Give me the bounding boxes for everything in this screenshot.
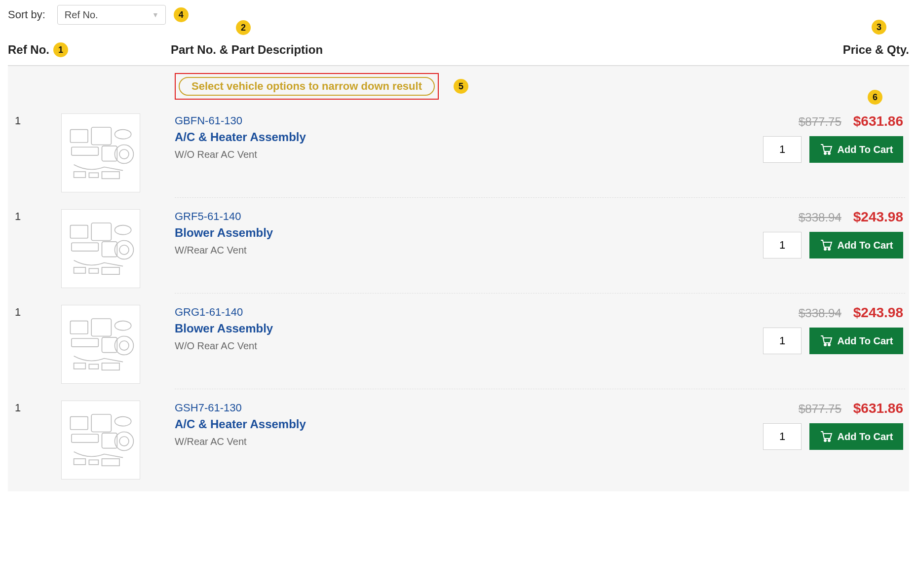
desc-cell: GRF5-61-140 Blower Assembly W/Rear AC Ve…: [175, 209, 777, 288]
annotation-badge-1: 1: [53, 42, 68, 57]
column-header-part-label: Part No. & Part Description: [171, 43, 323, 56]
add-to-cart-label: Add To Cart: [838, 335, 893, 347]
desc-cell: GBFN-61-130 A/C & Heater Assembly W/O Re…: [175, 113, 777, 192]
add-to-cart-button[interactable]: Add To Cart: [809, 136, 903, 163]
part-number-link[interactable]: GRF5-61-140: [175, 210, 777, 223]
part-note: W/Rear AC Vent: [175, 436, 777, 447]
quantity-input[interactable]: [763, 423, 802, 450]
column-header-ref: Ref No. 1: [8, 42, 171, 57]
part-note: W/O Rear AC Vent: [175, 149, 777, 160]
part-row: 1 GRG1-61-140 Blower Assembly W/O Rear A…: [12, 300, 905, 396]
desc-cell: GRG1-61-140 Blower Assembly W/O Rear AC …: [175, 305, 777, 384]
row-divider: [175, 389, 905, 389]
price-cell: $338.94 $243.98 Add To Cart: [777, 305, 905, 384]
part-thumbnail[interactable]: [61, 401, 140, 479]
price-line: $338.94 $243.98: [777, 209, 903, 225]
price-old: $338.94: [799, 306, 841, 320]
part-note: W/O Rear AC Vent: [175, 340, 777, 352]
add-to-cart-button[interactable]: Add To Cart: [809, 423, 903, 450]
part-row: 1 GSH7-61-130 A/C & Heater Assembly W/Re…: [12, 396, 905, 491]
part-name-link[interactable]: A/C & Heater Assembly: [175, 417, 777, 431]
quantity-input[interactable]: [763, 232, 802, 258]
thumb-cell: [61, 401, 175, 479]
column-header-part: 2 Part No. & Part Description: [171, 43, 781, 57]
narrow-banner-highlight: Select vehicle options to narrow down re…: [175, 73, 439, 100]
add-to-cart-label: Add To Cart: [838, 240, 893, 251]
sort-select[interactable]: Ref No.: [57, 5, 166, 25]
price-line: $877.75 $631.86: [777, 401, 903, 416]
add-to-cart-button[interactable]: Add To Cart: [809, 328, 903, 354]
price-line: $877.75 $631.86: [777, 113, 903, 129]
annotation-badge-5: 5: [454, 79, 468, 94]
ref-cell: 1: [12, 305, 61, 384]
price-new: $243.98: [853, 209, 903, 225]
part-number-link[interactable]: GSH7-61-130: [175, 402, 777, 414]
column-header-ref-label: Ref No.: [8, 43, 49, 57]
price-line: $338.94 $243.98: [777, 305, 903, 321]
column-header-row: Ref No. 1 2 Part No. & Part Description …: [8, 42, 909, 66]
parts-listing: Select vehicle options to narrow down re…: [8, 66, 909, 491]
part-name-link[interactable]: Blower Assembly: [175, 226, 777, 240]
ref-cell: 1: [12, 113, 61, 192]
part-thumbnail[interactable]: [61, 305, 140, 384]
price-cell: 6 $877.75 $631.86 Add To Cart: [777, 113, 905, 192]
part-row: 1 GBFN-61-130 A/C & Heater Assembly W/O …: [12, 109, 905, 204]
annotation-badge-6: 6: [868, 90, 882, 105]
add-to-cart-label: Add To Cart: [838, 431, 893, 442]
thumb-cell: [61, 113, 175, 192]
annotation-badge-4: 4: [174, 7, 189, 22]
part-name-link[interactable]: A/C & Heater Assembly: [175, 130, 777, 144]
cart-line: Add To Cart: [777, 423, 903, 450]
price-old: $877.75: [799, 115, 841, 129]
part-name-link[interactable]: Blower Assembly: [175, 322, 777, 335]
price-cell: $338.94 $243.98 Add To Cart: [777, 209, 905, 288]
narrow-banner-row: Select vehicle options to narrow down re…: [12, 73, 905, 100]
row-divider: [175, 293, 905, 294]
desc-cell: GSH7-61-130 A/C & Heater Assembly W/Rear…: [175, 401, 777, 479]
sort-row: Sort by: Ref No. ▼ 4: [8, 5, 909, 25]
cart-line: Add To Cart: [777, 136, 903, 163]
column-header-price-label: Price & Qty.: [843, 43, 909, 56]
ref-cell: 1: [12, 401, 61, 479]
price-old: $338.94: [799, 211, 841, 224]
annotation-badge-2: 2: [236, 20, 251, 35]
add-to-cart-button[interactable]: Add To Cart: [809, 232, 903, 258]
ref-cell: 1: [12, 209, 61, 288]
part-note: W/Rear AC Vent: [175, 245, 777, 256]
column-header-price: 3 Price & Qty.: [781, 43, 909, 57]
row-divider: [175, 197, 905, 198]
cart-icon: [820, 143, 833, 156]
sort-select-wrap: Ref No. ▼ 4: [57, 5, 166, 25]
part-number-link[interactable]: GRG1-61-140: [175, 306, 777, 319]
cart-line: Add To Cart: [777, 232, 903, 258]
part-thumbnail[interactable]: [61, 113, 140, 192]
thumb-cell: [61, 305, 175, 384]
quantity-input[interactable]: [763, 136, 802, 163]
cart-icon: [820, 430, 833, 443]
quantity-input[interactable]: [763, 328, 802, 354]
price-new: $243.98: [853, 305, 903, 321]
price-cell: $877.75 $631.86 Add To Cart: [777, 401, 905, 479]
price-new: $631.86: [853, 113, 903, 129]
add-to-cart-label: Add To Cart: [838, 144, 893, 155]
price-new: $631.86: [853, 401, 903, 416]
price-old: $877.75: [799, 402, 841, 416]
sort-label: Sort by:: [8, 8, 45, 21]
part-number-link[interactable]: GBFN-61-130: [175, 114, 777, 127]
annotation-badge-3: 3: [872, 20, 886, 35]
cart-line: Add To Cart: [777, 328, 903, 354]
cart-icon: [820, 239, 833, 252]
part-thumbnail[interactable]: [61, 209, 140, 288]
thumb-cell: [61, 209, 175, 288]
narrow-banner-pill[interactable]: Select vehicle options to narrow down re…: [179, 77, 435, 96]
part-row: 1 GRF5-61-140 Blower Assembly W/Rear AC …: [12, 204, 905, 300]
cart-icon: [820, 334, 833, 347]
